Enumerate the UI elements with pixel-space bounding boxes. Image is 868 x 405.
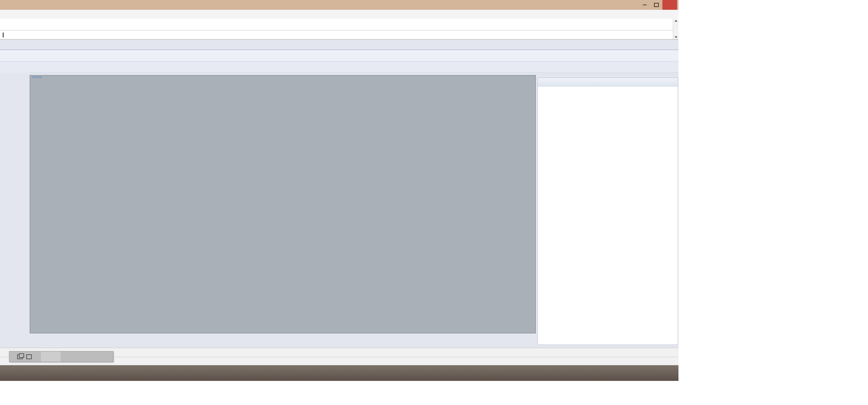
scroll-down-icon[interactable] — [675, 36, 677, 38]
window-controls — [639, 0, 677, 10]
rhino-window — [0, 0, 678, 381]
mini-window-close-icon[interactable] — [41, 352, 61, 362]
minimize-button[interactable] — [639, 0, 650, 10]
maximize-button[interactable] — [650, 0, 662, 10]
panel-tabs — [538, 78, 678, 87]
command-scrollbar[interactable] — [673, 19, 678, 39]
panel-body — [538, 87, 678, 345]
viewport-title-menu[interactable] — [32, 77, 42, 78]
title-bar[interactable] — [0, 0, 678, 10]
properties-panel — [538, 78, 678, 345]
viewport-scene — [30, 75, 135, 128]
command-area[interactable] — [0, 19, 678, 39]
toolbar-tab-row — [0, 39, 678, 50]
command-history — [0, 19, 678, 20]
display-mode-toolbar — [0, 62, 678, 73]
close-button[interactable] — [662, 0, 677, 10]
set-view-toolbar — [0, 50, 678, 62]
windows-taskbar — [0, 365, 678, 381]
capture-mini-window[interactable] — [9, 351, 113, 362]
text-caret — [3, 32, 3, 37]
mini-window-frame-icon[interactable] — [26, 354, 32, 359]
command-line[interactable] — [0, 30, 673, 39]
scroll-up-icon[interactable] — [675, 20, 677, 22]
viewport-right[interactable] — [30, 75, 536, 333]
desktop — [0, 0, 868, 405]
mini-window-copy-icon[interactable] — [17, 354, 23, 359]
main-sidebar-toolbar — [0, 73, 29, 348]
menu-bar — [0, 10, 678, 19]
